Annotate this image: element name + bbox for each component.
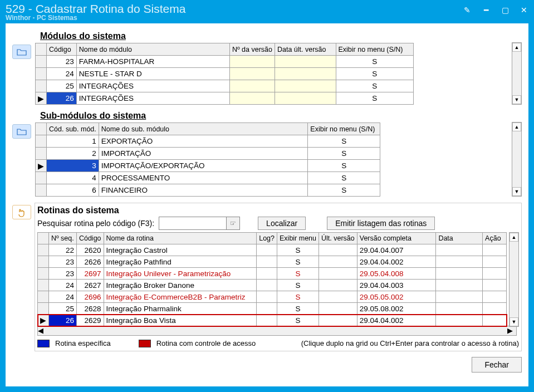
routines-scrollbar-v[interactable]: ▲ ▼ bbox=[509, 232, 519, 327]
table-row[interactable]: 6FINANCEIROS bbox=[36, 184, 380, 197]
search-picker-button[interactable]: ☞ bbox=[226, 217, 239, 229]
legend-specific: Rotina específica bbox=[55, 339, 111, 347]
modules-grid-area: Código Nome do módulo Nº da versão Data … bbox=[35, 42, 522, 105]
legend-swatch-red bbox=[139, 340, 151, 347]
table-row[interactable]: 25INTEGRAÇÕESS bbox=[36, 80, 414, 92]
search-row: Pesquisar rotina pelo código (F3): ☞ Loc… bbox=[37, 217, 519, 230]
scroll-up-icon[interactable]: ▲ bbox=[512, 122, 521, 131]
col-data[interactable]: Data bbox=[436, 233, 483, 244]
edit-icon[interactable]: ✎ bbox=[463, 6, 472, 14]
table-row[interactable]: 252628Integração PharmalinkS29.05.08.002 bbox=[38, 303, 507, 315]
col-code[interactable]: Código bbox=[47, 43, 77, 56]
col-fullver[interactable]: Versão completa bbox=[357, 233, 436, 244]
search-label: Pesquisar rotina pelo código (F3): bbox=[37, 219, 154, 228]
locate-button[interactable]: Localizar bbox=[258, 217, 306, 230]
col-rshow[interactable]: Exibir menu bbox=[277, 233, 319, 244]
col-ultver[interactable]: Últ. versão bbox=[319, 233, 357, 244]
col-action[interactable]: Ação bbox=[483, 233, 507, 244]
scroll-down-icon[interactable]: ▼ bbox=[512, 95, 521, 104]
search-input[interactable] bbox=[159, 217, 226, 229]
search-field: ☞ bbox=[159, 217, 240, 230]
modules-section: Código Nome do módulo Nº da versão Data … bbox=[12, 42, 522, 105]
table-row[interactable]: 2IMPORTAÇÃOS bbox=[36, 148, 380, 160]
col-name[interactable]: Nome do módulo bbox=[76, 43, 229, 56]
submodules-title: Sub-módulos do sistema bbox=[40, 111, 522, 121]
col-seq[interactable]: Nº seq. bbox=[49, 233, 77, 244]
routines-side-button[interactable] bbox=[12, 205, 31, 219]
hand-icon bbox=[17, 207, 27, 217]
table-row[interactable]: 24NESTLE - STAR DS bbox=[36, 68, 414, 80]
table-row[interactable]: 222620Integração CastrolS29.04.04.007 bbox=[38, 244, 507, 256]
col-subcode[interactable]: Cód. sub. mód. bbox=[47, 123, 99, 135]
submodules-grid[interactable]: Cód. sub. mód. Nome do sub. módulo Exibi… bbox=[35, 122, 380, 197]
folder-icon bbox=[17, 48, 27, 56]
folder-icon bbox=[17, 128, 27, 135]
submodules-scrollbar[interactable]: ▲ ▼ bbox=[512, 122, 522, 197]
scroll-down-icon[interactable]: ▼ bbox=[509, 317, 518, 326]
routines-title: Rotinas do sistema bbox=[37, 205, 519, 215]
modules-grid[interactable]: Código Nome do módulo Nº da versão Data … bbox=[35, 43, 414, 105]
scroll-down-icon[interactable]: ▼ bbox=[512, 187, 521, 196]
col-subshow[interactable]: Exibir no menu (S/N) bbox=[308, 123, 380, 135]
table-row[interactable]: ▶262629Integração Boa VistaS29.04.04.002 bbox=[38, 315, 507, 326]
table-row[interactable]: ▶3IMPORTAÇÃO/EXPORTAÇÃOS bbox=[36, 160, 380, 172]
table-row[interactable]: 242627Integração Broker DanoneS29.04.04.… bbox=[38, 280, 507, 291]
modules-scrollbar[interactable]: ▲ ▼ bbox=[512, 42, 522, 105]
scroll-right-icon[interactable]: ▶ bbox=[507, 326, 516, 335]
col-subname[interactable]: Nome do sub. módulo bbox=[99, 123, 308, 135]
scroll-left-icon[interactable]: ◀ bbox=[38, 326, 47, 335]
submodules-grid-area: Cód. sub. mód. Nome do sub. módulo Exibi… bbox=[35, 122, 522, 197]
col-ver[interactable]: Nº da versão bbox=[230, 43, 275, 56]
close-button[interactable]: Fechar bbox=[472, 357, 522, 373]
titlebar: 529 - Cadastrar Rotina do Sistema Wintho… bbox=[0, 0, 534, 23]
table-row[interactable]: ▶26INTEGRAÇÕESS bbox=[36, 92, 414, 105]
window-buttons: ✎ ━ ▢ ✕ bbox=[463, 6, 528, 14]
submodules-section: Cód. sub. mód. Nome do sub. módulo Exibi… bbox=[12, 122, 522, 197]
close-icon[interactable]: ✕ bbox=[520, 6, 528, 14]
minimize-icon[interactable]: ━ bbox=[482, 6, 491, 14]
table-row[interactable]: 232697Integração Unilever - Parametrizaç… bbox=[38, 268, 507, 280]
legend-swatch-blue bbox=[37, 340, 50, 347]
scroll-up-icon[interactable]: ▲ bbox=[509, 233, 518, 242]
table-row[interactable]: 232626Integração PathfindS29.04.04.002 bbox=[38, 256, 507, 268]
footer: Fechar bbox=[12, 357, 522, 373]
legend-hint: (Clique duplo na grid ou Ctrl+Enter para… bbox=[301, 339, 519, 347]
modules-folder-button[interactable] bbox=[12, 45, 31, 59]
app-window: 529 - Cadastrar Rotina do Sistema Wintho… bbox=[0, 0, 534, 392]
table-row[interactable]: 23FARMA-HOSPITALARS bbox=[36, 56, 414, 68]
routines-scrollbar-h[interactable]: ◀ ▶ bbox=[37, 326, 517, 336]
scroll-up-icon[interactable]: ▲ bbox=[512, 43, 521, 52]
maximize-icon[interactable]: ▢ bbox=[501, 6, 509, 14]
col-show[interactable]: Exibir no menu (S/N) bbox=[336, 43, 414, 56]
routines-box: Rotinas do sistema Pesquisar rotina pelo… bbox=[35, 203, 522, 351]
col-log[interactable]: Log? bbox=[257, 233, 277, 244]
legend: Rotina específica Rotina com controle de… bbox=[37, 339, 519, 347]
legend-access: Rotina com controle de acesso bbox=[156, 339, 256, 347]
col-rcode[interactable]: Código bbox=[76, 233, 104, 244]
emit-listing-button[interactable]: Emitir listagem das rotinas bbox=[327, 217, 435, 230]
table-row[interactable]: 1EXPORTAÇÃOS bbox=[36, 135, 380, 148]
col-date[interactable]: Data últ. versão bbox=[275, 43, 336, 56]
col-rname[interactable]: Nome da rotina bbox=[104, 233, 257, 244]
table-row[interactable]: 242696Integração E-CommerceB2B - Paramet… bbox=[38, 291, 507, 303]
routines-grid[interactable]: Nº seq. Código Nome da rotina Log? Exibi… bbox=[37, 232, 507, 326]
modules-title: Módulos do sistema bbox=[40, 31, 522, 41]
routines-grid-wrap: Nº seq. Código Nome da rotina Log? Exibi… bbox=[37, 232, 519, 326]
client-area: Módulos do sistema Código Nome do módulo… bbox=[6, 23, 528, 386]
table-row[interactable]: 4PROCESSAMENTOS bbox=[36, 172, 380, 184]
submodules-folder-button[interactable] bbox=[12, 124, 31, 139]
routines-section: Rotinas do sistema Pesquisar rotina pelo… bbox=[12, 203, 522, 351]
